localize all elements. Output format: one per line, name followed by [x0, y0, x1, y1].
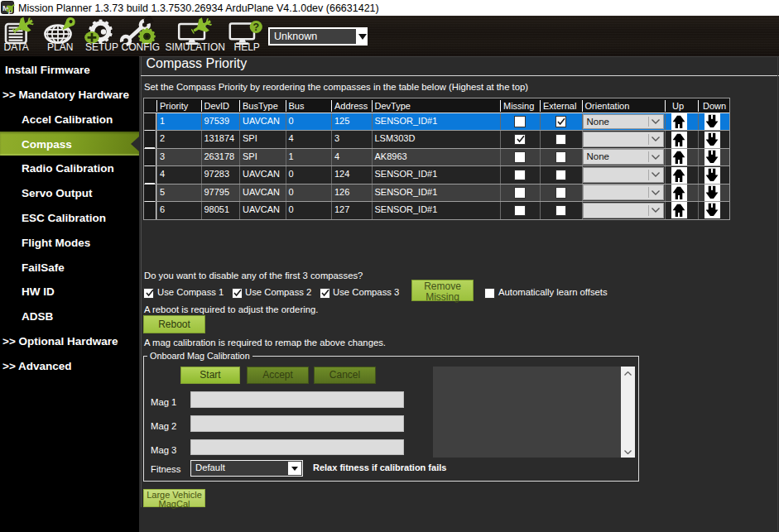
svg-text:?: ? [252, 22, 259, 33]
